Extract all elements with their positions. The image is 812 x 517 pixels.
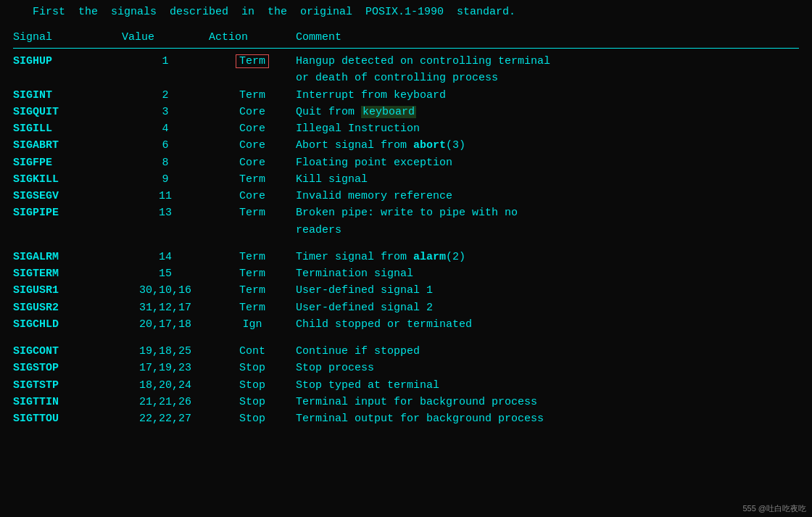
- signal-value: 13: [122, 204, 209, 239]
- signal-name: SIGHUP: [13, 53, 122, 87]
- signal-name: SIGFPE: [13, 154, 122, 171]
- signal-action: Term: [209, 53, 296, 87]
- table-row: SIGTERM15TermTermination signal: [13, 265, 799, 282]
- signal-value: 20,17,18: [122, 316, 209, 333]
- signal-comment: Illegal Instruction: [296, 120, 799, 137]
- signal-comment: User-defined signal 2: [296, 299, 799, 316]
- signal-comment: Floating point exception: [296, 154, 799, 171]
- table-row: SIGALRM14TermTimer signal from alarm(2): [13, 249, 799, 265]
- signal-action: Core: [209, 137, 296, 154]
- signal-name: SIGABRT: [13, 137, 122, 154]
- signal-value: 17,19,23: [122, 360, 209, 376]
- signal-action: Term: [209, 204, 296, 239]
- table-row: SIGSEGV11CoreInvalid memory reference: [13, 188, 799, 204]
- signal-action: Term: [209, 265, 296, 282]
- signal-name: SIGALRM: [13, 249, 122, 265]
- signal-comment: Stop process: [296, 360, 799, 376]
- signal-name: SIGCONT: [13, 343, 122, 360]
- table-header: Signal Value Action Comment: [13, 31, 799, 46]
- signal-comment: Invalid memory reference: [296, 188, 799, 204]
- table-row: SIGKILL9TermKill signal: [13, 171, 799, 188]
- spacer-row: [13, 333, 799, 343]
- table-row: SIGPIPE13TermBroken pipe: write to pipe …: [13, 204, 799, 239]
- table-row: SIGINT2TermInterrupt from keyboard: [13, 87, 799, 104]
- signal-comment: Child stopped or terminated: [296, 316, 799, 333]
- signal-action: Term: [209, 249, 296, 265]
- signal-value: 1: [122, 53, 209, 87]
- table-row: SIGCHLD20,17,18IgnChild stopped or termi…: [13, 316, 799, 333]
- signal-action: Stop: [209, 360, 296, 376]
- signal-value: 30,10,16: [122, 282, 209, 299]
- signal-name: SIGTTIN: [13, 394, 122, 410]
- signal-table: Signal Value Action Comment SIGHUP1TermH…: [13, 31, 799, 427]
- signal-value: 15: [122, 265, 209, 282]
- signal-name: SIGILL: [13, 120, 122, 137]
- table-row: SIGTSTP18,20,24StopStop typed at termina…: [13, 377, 799, 394]
- signal-action: Core: [209, 104, 296, 120]
- signal-value: 8: [122, 154, 209, 171]
- signal-action: Stop: [209, 410, 296, 427]
- table-row: SIGCONT19,18,25ContContinue if stopped: [13, 343, 799, 360]
- signal-value: 3: [122, 104, 209, 120]
- signal-action: Term: [209, 282, 296, 299]
- signal-action: Term: [209, 87, 296, 104]
- signal-name: SIGUSR1: [13, 282, 122, 299]
- signal-name: SIGSTOP: [13, 360, 122, 376]
- watermark: 555 @吐白吃夜吃: [742, 503, 806, 514]
- signal-name: SIGINT: [13, 87, 122, 104]
- signal-name: SIGPIPE: [13, 204, 122, 239]
- header-signal: Signal: [13, 31, 122, 44]
- header-action: Action: [209, 31, 296, 44]
- table-row: SIGUSR231,12,17TermUser-defined signal 2: [13, 299, 799, 316]
- signal-value: 22,22,27: [122, 410, 209, 427]
- table-row: SIGSTOP17,19,23StopStop process: [13, 360, 799, 376]
- signal-comment: Timer signal from alarm(2): [296, 249, 799, 265]
- signal-value: 2: [122, 87, 209, 104]
- spacer-row: [13, 239, 799, 249]
- header-value: Value: [122, 31, 209, 44]
- action-boxed: Term: [236, 54, 269, 68]
- signal-value: 19,18,25: [122, 343, 209, 360]
- signal-value: 14: [122, 249, 209, 265]
- signal-comment: Termination signal: [296, 265, 799, 282]
- signal-name: SIGUSR2: [13, 299, 122, 316]
- table-row: SIGHUP1TermHangup detected on controllin…: [13, 53, 799, 87]
- signal-action: Core: [209, 154, 296, 171]
- signal-name: SIGCHLD: [13, 316, 122, 333]
- table-body: SIGHUP1TermHangup detected on controllin…: [13, 53, 799, 427]
- table-row: SIGQUIT3CoreQuit from keyboard: [13, 104, 799, 120]
- signal-action: Stop: [209, 377, 296, 394]
- signal-action: Core: [209, 188, 296, 204]
- signal-value: 6: [122, 137, 209, 154]
- signal-comment: Terminal output for background process: [296, 410, 799, 427]
- signal-comment: Hangup detected on controlling terminalo…: [296, 53, 799, 87]
- signal-value: 11: [122, 188, 209, 204]
- signal-comment: Stop typed at terminal: [296, 377, 799, 394]
- signal-value: 31,12,17: [122, 299, 209, 316]
- header-divider: [13, 48, 799, 49]
- signal-comment: Interrupt from keyboard: [296, 87, 799, 104]
- signal-action: Cont: [209, 343, 296, 360]
- signal-action: Stop: [209, 394, 296, 410]
- signal-action: Ign: [209, 316, 296, 333]
- header-comment: Comment: [296, 31, 799, 44]
- signal-name: SIGTERM: [13, 265, 122, 282]
- signal-value: 21,21,26: [122, 394, 209, 410]
- signal-action: Term: [209, 299, 296, 316]
- signal-comment: User-defined signal 1: [296, 282, 799, 299]
- intro-line: First the signals described in the origi…: [13, 6, 799, 18]
- signal-value: 18,20,24: [122, 377, 209, 394]
- table-row: SIGUSR130,10,16TermUser-defined signal 1: [13, 282, 799, 299]
- signal-name: SIGQUIT: [13, 104, 122, 120]
- signal-action: Core: [209, 120, 296, 137]
- signal-value: 9: [122, 171, 209, 188]
- signal-comment: Continue if stopped: [296, 343, 799, 360]
- signal-comment: Quit from keyboard: [296, 104, 799, 120]
- signal-name: SIGTTOU: [13, 410, 122, 427]
- table-row: SIGFPE8CoreFloating point exception: [13, 154, 799, 171]
- signal-value: 4: [122, 120, 209, 137]
- signal-comment: Kill signal: [296, 171, 799, 188]
- signal-comment: Terminal input for background process: [296, 394, 799, 410]
- signal-comment: Abort signal from abort(3): [296, 137, 799, 154]
- table-row: SIGTTOU22,22,27StopTerminal output for b…: [13, 410, 799, 427]
